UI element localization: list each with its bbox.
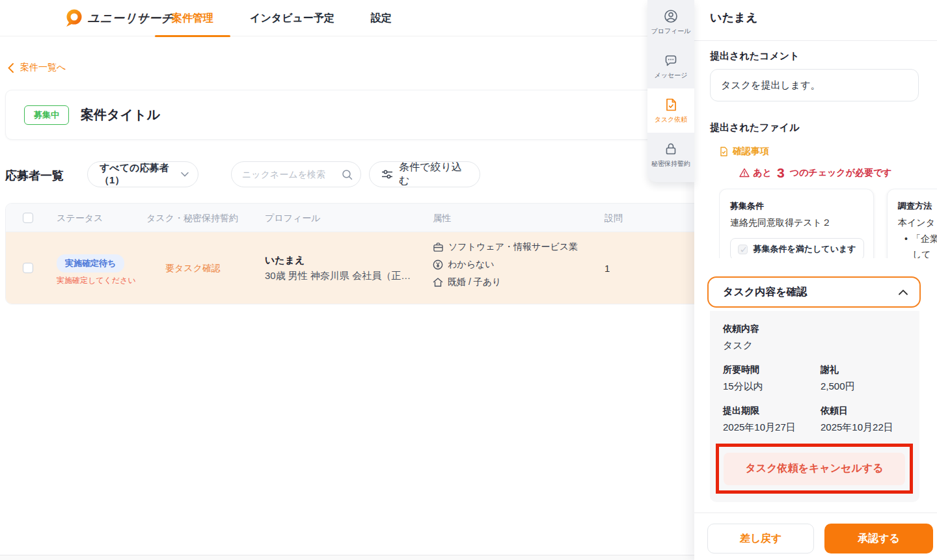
send-back-button[interactable]: 差し戻す — [707, 524, 814, 553]
filter-conditions-button[interactable]: 条件で絞り込む — [369, 161, 480, 187]
applicant-profile-summary: 30歳 男性 神奈川県 会社員（正… — [265, 270, 431, 282]
search-icon — [342, 169, 353, 180]
col-header-status: ステータス — [57, 213, 103, 224]
col-header-questions: 設問 — [604, 213, 623, 224]
case-title: 案件タイトル — [81, 106, 160, 124]
warning-triangle-icon — [739, 168, 750, 178]
applicants-heading: 応募者一覧 — [5, 168, 64, 183]
brand-logo-icon — [64, 8, 83, 28]
confirmation-items-link[interactable]: 確認事項 — [719, 146, 769, 157]
submitted-files-heading: 提出されたファイル — [710, 122, 799, 134]
recruiting-status-badge: 募集中 — [24, 105, 69, 125]
meets-conditions-check-button[interactable]: ✓ 募集条件を満たしています — [730, 238, 864, 258]
document-check-icon — [719, 146, 729, 157]
approve-button[interactable]: 承認する — [824, 524, 933, 553]
sliders-icon — [381, 169, 393, 180]
nav-tab-settings[interactable]: 設定 — [354, 0, 409, 36]
nav-tab-interview-schedule[interactable]: インタビュー予定 — [233, 0, 351, 36]
side-tab-nda[interactable]: 秘密保持誓約 — [647, 133, 694, 177]
survey-method-card: 調査方法 本インタ 「企業 して 謝礼 — [887, 189, 937, 258]
profile-icon — [664, 9, 678, 23]
questions-count: 1 — [604, 263, 610, 274]
checks-required-warning: あと 3 つのチェックが必要です — [694, 166, 937, 180]
chevron-left-icon — [8, 63, 14, 73]
attribute-family: 既婚 / 子あり — [433, 276, 578, 288]
attribute-industry: ソフトウェア・情報サービス業 — [433, 241, 578, 253]
yen-icon — [433, 260, 443, 270]
checks-remaining-count: 3 — [777, 166, 785, 180]
briefcase-icon — [433, 242, 444, 252]
nav-tab-case-management[interactable]: 案件管理 — [155, 0, 230, 36]
panel-footer-divider — [694, 513, 937, 513]
chevron-up-icon — [899, 289, 908, 295]
submitted-comment-heading: 提出されたコメント — [710, 50, 799, 62]
submitted-comment-box: タスクを提出します。 — [710, 69, 919, 101]
side-tab-task-request[interactable]: タスク依頼 — [647, 88, 694, 133]
recruit-condition-card: 募集条件 連絡先同意取得テスト２ ✓ 募集条件を満たしています — [719, 189, 874, 258]
deadline-field: 提出期限 2025年10月27日 — [723, 405, 821, 434]
reward-field: 謝礼 2,500円 — [821, 364, 855, 393]
task-detail-accordion-header[interactable]: タスク内容を確認 — [707, 276, 921, 308]
side-tab-profile[interactable]: プロフィール — [647, 0, 694, 44]
chevron-down-icon — [181, 172, 189, 177]
applicant-nickname: いたまえ — [265, 254, 305, 267]
request-date-field: 依頼日 2025年10月22日 — [821, 405, 893, 434]
applicant-attributes: ソフトウェア・情報サービス業 わからない 既婚 / 子あり — [433, 241, 578, 288]
col-header-task-nda: タスク・秘密保持誓約 — [146, 213, 238, 224]
side-tab-rail: プロフィール メッセージ タスク依頼 秘密保持誓約 — [647, 0, 694, 182]
required-time-field: 所要時間 15分以内 — [723, 364, 821, 393]
main-nav: 案件管理 インタビュー予定 設定 — [155, 0, 409, 36]
message-icon — [664, 53, 678, 68]
task-icon — [664, 98, 678, 112]
home-icon — [433, 277, 443, 287]
cancel-task-request-button[interactable]: タスク依頼をキャンセルする — [724, 453, 905, 485]
applicants-filter-dropdown[interactable]: すべての応募者（1） — [87, 161, 198, 187]
panel-title: いたまえ — [710, 10, 758, 25]
col-header-profile: プロフィール — [265, 213, 321, 224]
lock-icon — [664, 142, 678, 156]
app-root: ユニーリサーチ 案件管理 インタビュー予定 設定 案件一覧へ 募集中 案件タイト… — [0, 0, 937, 560]
task-check-status: 要タスク確認 — [165, 263, 221, 274]
status-badge: 実施確定待ち — [57, 254, 124, 273]
attribute-income: わからない — [433, 259, 578, 271]
request-content-field: 依頼内容 タスク — [723, 323, 919, 352]
confirmation-cards: 募集条件 連絡先同意取得テスト２ ✓ 募集条件を満たしています 調査方法 本イン… — [719, 189, 937, 258]
applicant-detail-panel: いたまえ 提出されたコメント タスクを提出します。 提出されたファイル 確認事項… — [694, 0, 937, 560]
page-bottom-edge — [0, 555, 694, 560]
nickname-search-input[interactable] — [242, 169, 333, 180]
cancel-button-highlight-annotation: タスク依頼をキャンセルする — [716, 444, 913, 494]
side-tab-message[interactable]: メッセージ — [647, 44, 694, 88]
select-all-checkbox[interactable] — [23, 213, 33, 223]
status-note: 実施確定してください — [57, 275, 136, 286]
col-header-attributes: 属性 — [433, 213, 451, 224]
nickname-search — [231, 161, 361, 187]
row-checkbox[interactable] — [23, 263, 33, 273]
panel-divider — [694, 40, 937, 41]
back-to-case-list-link[interactable]: 案件一覧へ — [8, 62, 66, 73]
checkbox-icon: ✓ — [738, 245, 748, 254]
